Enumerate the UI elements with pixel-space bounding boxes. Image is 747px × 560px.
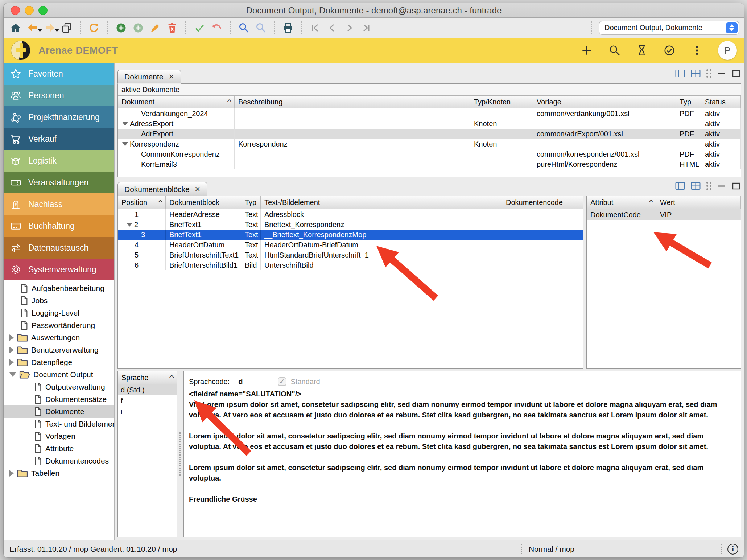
collapse-icon[interactable]	[122, 142, 128, 146]
blocks-col-text-bildelement[interactable]: Text-/Bildelement	[261, 196, 502, 209]
tree-item-vorlagen[interactable]: Vorlagen	[4, 430, 114, 442]
collapse-icon[interactable]	[122, 122, 128, 126]
context-select[interactable]: Document Output, Dokumente	[599, 21, 739, 35]
print-button[interactable]	[282, 22, 294, 34]
expand-icon[interactable]	[9, 470, 14, 477]
tree-item-datenpflege[interactable]: Datenpflege	[4, 356, 114, 368]
search-again-button[interactable]	[255, 22, 267, 34]
forward-button[interactable]	[44, 22, 56, 34]
language-item-i[interactable]: i	[118, 406, 177, 417]
documents-col-status[interactable]: Status	[701, 96, 741, 108]
attribute-col-wert[interactable]: Wert	[656, 196, 741, 209]
documents-col-beschreibung[interactable]: Beschreibung	[235, 96, 470, 108]
search-button[interactable]	[238, 22, 250, 34]
next-record-button[interactable]	[343, 22, 355, 34]
vertical-splitter[interactable]	[177, 371, 183, 537]
standard-checkbox[interactable]: ✓	[278, 377, 286, 386]
info-icon[interactable]: i	[727, 544, 738, 555]
close-tab-icon[interactable]: ✕	[195, 185, 201, 193]
tree-item-dokumente[interactable]: Dokumente	[4, 405, 114, 418]
block-text-content[interactable]: <fieldref name="SALUTATION"/> VIP Lorem …	[189, 389, 736, 505]
language-header[interactable]: Sprache ^	[118, 371, 177, 384]
add-copy-button[interactable]	[132, 22, 144, 34]
drag-handle-icon[interactable]	[706, 69, 711, 78]
minimize-panel-icon[interactable]	[717, 182, 726, 190]
blocks-col-dokumentencode[interactable]: Dokumentencode	[502, 196, 583, 209]
back-dropdown-icon[interactable]	[38, 29, 42, 32]
delete-trash-button[interactable]	[166, 22, 178, 34]
collapse-icon[interactable]	[127, 223, 132, 227]
sidebar-item-datenaustausch[interactable]: Datenaustausch	[4, 237, 114, 259]
sidebar-item-veranstaltungen[interactable]: Veranstaltungen	[4, 172, 114, 193]
tree-item-aufgabenbearbeitung[interactable]: Aufgabenbearbeitung	[4, 282, 114, 295]
collapse-icon[interactable]	[9, 372, 16, 377]
user-avatar[interactable]: P	[718, 41, 737, 60]
sidebar-item-projektfinanzierung[interactable]: Projektfinanzierung	[4, 106, 114, 128]
tree-item-logging-level[interactable]: Logging-Level	[4, 307, 114, 319]
split-grid-icon[interactable]	[691, 182, 701, 190]
tree-item-outputverwaltung[interactable]: Outputverwaltung	[4, 381, 114, 393]
tree-item-attribute[interactable]: Attribute	[4, 442, 114, 455]
maximize-panel-icon[interactable]	[732, 182, 740, 190]
documents-row-korremail3[interactable]: KorrEmail3pureHtml/KorrespondenzHTMLakti…	[118, 159, 741, 169]
documents-row-verdankungen-2024[interactable]: Verdankungen_2024common/verdankung/001.x…	[118, 108, 741, 119]
tree-item-jobs[interactable]: Jobs	[4, 295, 114, 307]
tab-dokumente[interactable]: Dokumente ✕	[117, 70, 181, 84]
documents-row-korrespondenz[interactable]: KorrespondenzKorrespondenzKnotenaktiv	[118, 139, 741, 149]
blocks-col-position[interactable]: Position^	[118, 196, 166, 209]
tree-item-auswertungen[interactable]: Auswertungen	[4, 332, 114, 344]
home-button[interactable]	[9, 22, 22, 34]
blocks-col-typ[interactable]: Typ	[241, 196, 261, 209]
tree-item-document-output[interactable]: Document Output	[4, 368, 114, 381]
previous-record-button[interactable]	[326, 22, 338, 34]
drag-handle-icon[interactable]	[706, 182, 711, 190]
forward-dropdown-icon[interactable]	[55, 29, 59, 32]
windows-icon[interactable]	[61, 22, 73, 34]
documents-col-dokument[interactable]: Dokument^	[118, 96, 235, 108]
select-stepper-icon[interactable]	[726, 22, 738, 33]
expand-icon[interactable]	[9, 359, 14, 366]
tree-item-tabellen[interactable]: Tabellen	[4, 467, 114, 479]
add-button[interactable]	[115, 22, 127, 34]
sidebar-item-logistik[interactable]: Logistik	[4, 150, 114, 172]
tree-item-passwort-nderung[interactable]: Passwortänderung	[4, 319, 114, 332]
last-record-button[interactable]	[360, 22, 372, 34]
documents-row-commonkorrespondenz[interactable]: CommonKorrespondenzcommon/korrespondenz/…	[118, 149, 741, 159]
split-horizontal-icon[interactable]	[675, 69, 685, 78]
language-item-f[interactable]: f	[118, 395, 177, 406]
blocks-col-dokumentblock[interactable]: Dokumentblock	[166, 196, 241, 209]
blocks-row-5[interactable]: 5BriefUnterschriftText1TextHtmlStandardB…	[118, 250, 583, 260]
expand-icon[interactable]	[9, 347, 14, 353]
sidebar-item-personen[interactable]: Personen	[4, 85, 114, 106]
documents-row-adressexport[interactable]: AdressExportKnotenaktiv	[118, 119, 741, 129]
attribute-row-dokumentcode[interactable]: DokumentCodeVIP	[587, 209, 741, 220]
first-record-button[interactable]	[309, 22, 321, 34]
search-icon[interactable]	[608, 44, 621, 57]
undo-button[interactable]	[210, 22, 223, 34]
hourglass-icon[interactable]	[635, 44, 648, 57]
language-item-d-std[interactable]: d (Std.)	[118, 384, 177, 395]
maximize-panel-icon[interactable]	[732, 70, 740, 78]
documents-col-typ-knoten[interactable]: Typ/Knoten	[470, 96, 533, 108]
back-button[interactable]	[26, 22, 39, 34]
tree-item-dokumentencodes[interactable]: Dokumentencodes	[4, 455, 114, 467]
refresh-button[interactable]	[88, 22, 100, 34]
sidebar-item-systemverwaltung[interactable]: Systemverwaltung	[4, 259, 114, 280]
attribute-col-attribut[interactable]: Attribut^	[587, 196, 656, 209]
documents-col-vorlage[interactable]: Vorlage	[533, 96, 676, 108]
blocks-row-2[interactable]: 2BriefText1TextBrieftext_Korrespondenz	[118, 219, 583, 230]
tree-item-text-und-bildelemente[interactable]: Text- und Bildelemente	[4, 418, 114, 430]
minimize-panel-icon[interactable]	[717, 70, 726, 78]
add-icon[interactable]	[580, 44, 593, 57]
tree-item-benutzerverwaltung[interactable]: Benutzerverwaltung	[4, 344, 114, 356]
kebab-menu-icon[interactable]	[690, 44, 703, 57]
sidebar-item-verkauf[interactable]: Verkauf	[4, 128, 114, 150]
expand-icon[interactable]	[9, 334, 14, 341]
documents-col-typ[interactable]: Typ	[676, 96, 701, 108]
split-horizontal-icon[interactable]	[675, 182, 685, 190]
sidebar-item-nachlass[interactable]: Nachlass	[4, 193, 114, 215]
tab-dokumentenbloecke[interactable]: Dokumentenblöcke ✕	[117, 182, 207, 196]
blocks-row-1[interactable]: 1HeaderAdresseTextAdressblock	[118, 209, 583, 219]
blocks-row-6[interactable]: 6BriefUnterschriftBild1BildUnterschriftB…	[118, 260, 583, 270]
documents-row-adrexport[interactable]: AdrExportcommon/adrExport/001.xslPDFakti…	[118, 129, 741, 139]
